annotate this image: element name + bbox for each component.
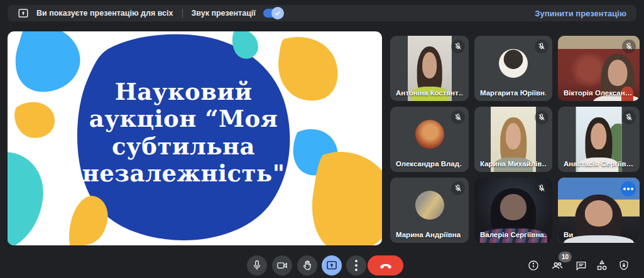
- participant-name: Карина Михайлів…: [480, 160, 546, 168]
- host-controls-shield-icon: [618, 259, 630, 272]
- activities-button[interactable]: [592, 255, 612, 275]
- host-controls-button[interactable]: [614, 255, 634, 275]
- mic-muted-icon: [451, 110, 465, 124]
- chat-button[interactable]: [571, 255, 591, 275]
- avatar: [499, 49, 528, 78]
- more-options-icon: [355, 260, 357, 271]
- present-to-all-icon: [18, 8, 29, 19]
- mic-muted-icon: [451, 40, 465, 53]
- participant-tile[interactable]: Анастасія Сергіїв…: [558, 107, 640, 172]
- avatar: [415, 191, 444, 220]
- more-options-button[interactable]: [346, 255, 366, 275]
- raise-hand-icon: [301, 259, 314, 272]
- presenting-button[interactable]: [322, 255, 342, 275]
- mic-muted-icon: [535, 110, 548, 124]
- participant-name: Маргарита Юріївн…: [480, 89, 546, 97]
- microphone-button[interactable]: [247, 255, 267, 275]
- participant-tile[interactable]: Карина Михайлів…: [474, 107, 552, 172]
- participant-tile[interactable]: Валерія Сергіївна…: [474, 178, 552, 243]
- camera-button[interactable]: [272, 255, 292, 275]
- show-participants-button[interactable]: 10: [547, 255, 567, 275]
- microphone-icon: [251, 259, 263, 272]
- stop-presenting-button[interactable]: Зупинити презентацію: [535, 9, 626, 18]
- presentation-sound-label: Звук презентації: [192, 9, 256, 18]
- presenting-banner: Ви показуєте презентацію для всіх Звук п…: [8, 5, 636, 21]
- participant-name: Антоніна Костянт…: [396, 89, 462, 97]
- participant-tile[interactable]: Олександра Влад…: [390, 107, 469, 172]
- shared-presentation-tile[interactable]: Науковий аукціон “Моя субтильна незалежн…: [8, 31, 382, 245]
- participant-name: Олександра Влад…: [396, 160, 462, 168]
- raise-hand-button[interactable]: [297, 255, 317, 275]
- toggle-thumb: [271, 7, 284, 19]
- tile-options-button[interactable]: [621, 181, 636, 196]
- avatar: [415, 120, 444, 149]
- participant-name: Валерія Сергіївна…: [480, 231, 546, 238]
- meeting-details-button[interactable]: [523, 255, 543, 275]
- mic-muted-icon: [451, 181, 465, 195]
- chat-icon: [575, 259, 587, 272]
- end-call-button[interactable]: [368, 255, 403, 275]
- participant-tile[interactable]: Марина Андріївна І…: [390, 178, 469, 243]
- camera-icon: [276, 259, 288, 272]
- check-icon: [274, 9, 281, 17]
- mic-muted-icon: [622, 110, 636, 124]
- slide-title: Науковий аукціон “Моя субтильна незалежн…: [56, 78, 310, 187]
- self-name: Ви: [564, 231, 573, 238]
- mic-muted-icon: [535, 181, 548, 195]
- divider: [182, 9, 183, 18]
- participant-name: Вікторія Олексан…: [564, 89, 632, 97]
- participant-tile[interactable]: Маргарита Юріївн…: [474, 36, 552, 101]
- presenting-label: Ви показуєте презентацію для всіх: [36, 9, 173, 18]
- mic-muted-icon: [622, 40, 636, 53]
- participant-count-badge: 10: [559, 252, 572, 262]
- info-icon: [527, 259, 540, 272]
- participant-name: Марина Андріївна І…: [396, 231, 462, 238]
- mic-muted-icon: [535, 40, 548, 53]
- participant-tile[interactable]: Антоніна Костянт…: [390, 36, 469, 101]
- presentation-sound-toggle[interactable]: [263, 9, 282, 18]
- self-tile[interactable]: Ви: [558, 178, 640, 243]
- participant-tile[interactable]: Вікторія Олексан…: [558, 36, 640, 101]
- present-icon: [325, 259, 338, 272]
- activities-icon: [595, 259, 609, 272]
- end-call-icon: [379, 259, 393, 272]
- participant-name: Анастасія Сергіїв…: [564, 160, 633, 168]
